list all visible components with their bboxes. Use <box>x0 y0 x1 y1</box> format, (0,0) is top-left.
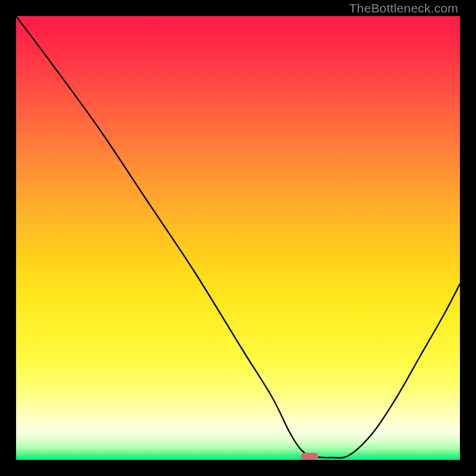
plot-area <box>16 16 460 460</box>
bottleneck-curve <box>16 16 460 460</box>
outer-frame: TheBottleneck.com <box>0 0 476 476</box>
optimal-marker <box>300 453 318 460</box>
watermark-text: TheBottleneck.com <box>349 1 458 15</box>
